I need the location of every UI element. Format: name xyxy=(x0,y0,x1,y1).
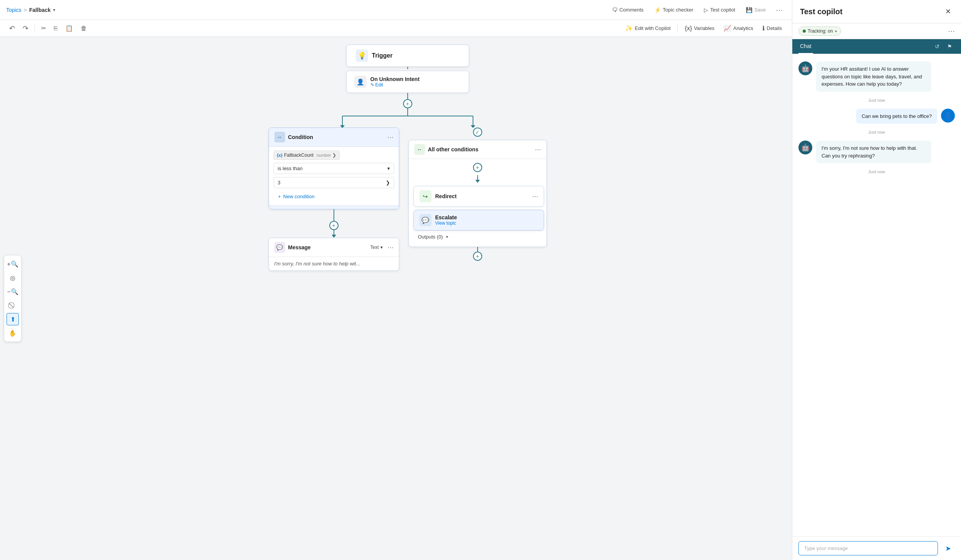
analytics-icon: 📈 xyxy=(724,25,731,32)
bot-message-row-2: 🤖 I'm sorry, I'm not sure how to help wi… xyxy=(798,141,955,163)
add-node-button[interactable]: + xyxy=(403,99,412,108)
tracking-badge[interactable]: Tracking: on ▾ xyxy=(798,27,841,36)
target-button[interactable]: ◎ xyxy=(7,272,19,284)
undo-button[interactable]: ↶ xyxy=(6,23,18,34)
inner-connector xyxy=(477,175,478,180)
condition-card: ↔ Condition ⋯ {x} FallbackCount number ❯ xyxy=(269,128,399,209)
var-badge[interactable]: {x} FallbackCount number ❯ xyxy=(274,151,340,160)
connector-line-1 xyxy=(407,67,408,69)
more-options-icon[interactable]: ⋯ xyxy=(773,4,786,16)
trigger-label: Trigger xyxy=(372,52,393,59)
close-button[interactable]: ✕ xyxy=(943,6,953,17)
cursor-button[interactable]: ⬆ xyxy=(7,313,19,325)
outputs-chevron-icon: ▾ xyxy=(446,235,448,239)
arrow-down-1 xyxy=(332,235,336,238)
var-name: FallbackCount xyxy=(284,152,314,158)
hand-button[interactable]: ✋ xyxy=(7,327,19,339)
test-copilot-icon: ▷ xyxy=(704,7,708,13)
chat-area: 🤖 I'm your HR assitant! I use AI to answ… xyxy=(792,54,961,536)
save-icon: 💾 xyxy=(746,7,752,13)
chevron-down-icon[interactable]: ▾ xyxy=(53,7,55,13)
cut-button[interactable]: ✂ xyxy=(38,23,49,34)
message-options-icon[interactable]: ⋯ xyxy=(387,244,393,251)
chat-tab-bar: Chat ↺ ⚑ xyxy=(792,39,961,54)
save-button[interactable]: 💾 Save xyxy=(742,5,770,15)
type-chevron-icon: ▾ xyxy=(380,245,383,250)
unknown-intent-icon: 👤 xyxy=(354,76,367,88)
delete-button[interactable]: 🗑 xyxy=(78,23,90,34)
arrow-down-2 xyxy=(475,180,480,183)
condition-footer xyxy=(269,205,399,209)
send-button[interactable]: ➤ xyxy=(941,542,955,555)
inner-add-button[interactable]: + xyxy=(473,163,482,172)
details-icon: ℹ xyxy=(762,25,765,32)
branch-lines-container xyxy=(269,108,546,128)
add-below-other-button[interactable]: + xyxy=(473,252,482,261)
val-row: 3 ❯ xyxy=(274,177,394,188)
comments-icon: 🗨 xyxy=(612,7,617,13)
breadcrumb-current: Fallback xyxy=(29,7,51,13)
val-arrow-icon: ❯ xyxy=(386,180,390,186)
refresh-chat-button[interactable]: ↺ xyxy=(932,41,943,52)
edit-copilot-button[interactable]: ✨ Edit with Copilot xyxy=(621,23,674,34)
condition-icon: ↔ xyxy=(274,132,285,142)
unknown-intent-node: 👤 On Unknown Intent ✎ Edit xyxy=(346,71,469,93)
message-type-selector[interactable]: Text ▾ xyxy=(370,245,382,250)
zoom-out-button[interactable]: −🔍 xyxy=(7,285,19,298)
op-select[interactable]: is less than ▾ xyxy=(274,163,394,174)
no-entry-button[interactable]: ⃠ xyxy=(7,299,19,311)
outputs-row[interactable]: Outputs (0) ▾ xyxy=(413,230,542,243)
redirect-icon: ↪ xyxy=(419,190,432,202)
tracking-chevron-icon: ▾ xyxy=(835,29,837,33)
other-options-icon[interactable]: ⋯ xyxy=(535,146,541,153)
copy-button[interactable]: ⎘ xyxy=(51,23,61,34)
breadcrumb-sep: > xyxy=(24,7,27,13)
message-card: 💬 Message Text ▾ ⋯ I'm sorry, I'm not su… xyxy=(269,238,399,271)
breadcrumb: Topics > Fallback ▾ xyxy=(6,7,55,13)
test-panel: Test copilot ✕ Tracking: on ▾ ⋯ Chat ↺ ⚑… xyxy=(792,0,961,560)
details-button[interactable]: ℹ Details xyxy=(759,23,786,34)
var-brace-icon: {x} xyxy=(277,153,283,157)
comments-button[interactable]: 🗨 Comments xyxy=(608,5,647,15)
redo-button[interactable]: ↶ xyxy=(20,23,32,34)
val-input[interactable]: 3 ❯ xyxy=(274,177,394,188)
variables-button[interactable]: {x} Variables xyxy=(681,23,718,34)
message-title: Message xyxy=(288,244,367,250)
test-copilot-button[interactable]: ▷ Test copilot xyxy=(700,5,739,15)
edit-link[interactable]: ✎ Edit xyxy=(370,82,420,88)
bot-bubble-2: I'm sorry, I'm not sure how to help with… xyxy=(816,141,931,163)
op-chevron-icon: ▾ xyxy=(387,166,390,171)
topics-link[interactable]: Topics xyxy=(6,7,22,13)
condition-options-icon[interactable]: ⋯ xyxy=(387,134,393,141)
flag-button[interactable]: ⚑ xyxy=(944,41,955,52)
check-circle-container: ✓ xyxy=(473,128,482,137)
analytics-button[interactable]: 📈 Analytics xyxy=(720,23,757,34)
chat-tab[interactable]: Chat xyxy=(798,39,813,54)
user-message-row: Can we bring pets to the office? 👤 xyxy=(798,109,955,124)
escalate-title: Escalate xyxy=(435,214,538,220)
variables-icon: {x} xyxy=(685,25,692,32)
topic-checker-button[interactable]: ⚡ Topic checker xyxy=(651,5,697,15)
message-preview: I'm sorry, I'm not sure how to help wit.… xyxy=(274,261,393,267)
svg-marker-5 xyxy=(471,125,475,128)
redirect-label: Redirect xyxy=(435,193,528,199)
branches-wrapper: ↔ Condition ⋯ {x} FallbackCount number ❯ xyxy=(269,128,547,271)
chat-input[interactable] xyxy=(798,541,938,555)
left-branch: ↔ Condition ⋯ {x} FallbackCount number ❯ xyxy=(269,128,399,271)
bot-bubble-1: I'm your HR assitant! I use AI to answer… xyxy=(816,61,931,92)
plus-icon: + xyxy=(278,194,281,199)
redirect-options-icon[interactable]: ⋯ xyxy=(532,193,538,200)
escalate-icon: 💬 xyxy=(419,214,432,226)
escalate-card: 💬 Escalate View topic xyxy=(413,210,544,230)
svg-marker-3 xyxy=(340,125,345,128)
paste-button[interactable]: 📋 xyxy=(62,23,76,34)
panel-more-options-icon[interactable]: ⋯ xyxy=(948,27,955,35)
add-below-condition-button[interactable]: + xyxy=(329,221,339,230)
new-condition-button[interactable]: + New condition xyxy=(274,191,319,202)
panel-subheader: Tracking: on ▾ ⋯ xyxy=(792,23,961,39)
zoom-in-button[interactable]: +🔍 xyxy=(7,258,19,270)
connector-line-2 xyxy=(407,93,408,99)
view-topic-link[interactable]: View topic xyxy=(435,220,538,226)
copilot-icon: ✨ xyxy=(625,25,633,32)
check-circle: ✓ xyxy=(473,128,482,137)
